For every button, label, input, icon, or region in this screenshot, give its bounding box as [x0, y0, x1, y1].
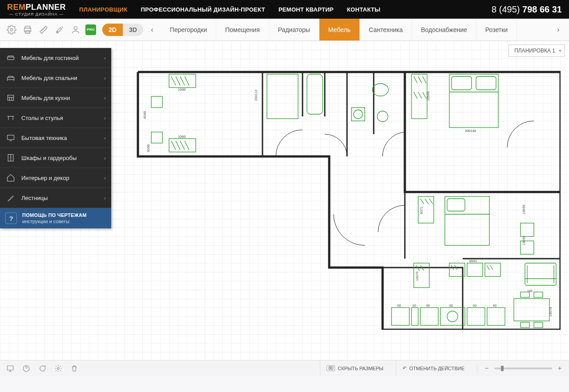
category-tabs: Перегородки Помещения Радиаторы Мебель С…: [161, 19, 549, 40]
tabs-scroll-left[interactable]: ‹: [147, 24, 157, 35]
logo-subtitle: — СТУДИЯ ДИЗАЙНА —: [7, 12, 66, 16]
svg-rect-13: [151, 132, 162, 143]
svg-rect-34: [420, 308, 438, 325]
settings-icon[interactable]: [5, 24, 18, 36]
tools-icon[interactable]: [53, 24, 66, 36]
svg-rect-15: [449, 74, 498, 128]
svg-text:10/80: 10/80: [178, 88, 186, 91]
bed-icon: [5, 72, 16, 83]
svg-text:40/71: 40/71: [420, 206, 423, 214]
sidebar-kitchen[interactable]: Мебель для кухни›: [0, 88, 111, 108]
furniture-sidebar: Мебель для гостиной› Мебель для спальни›…: [0, 48, 111, 228]
tab-sockets[interactable]: Розетки: [476, 19, 517, 40]
chevron-right-icon: ›: [104, 175, 106, 181]
view-toggle: 2D 3D: [102, 24, 143, 36]
svg-rect-29: [521, 223, 534, 236]
layout-selector[interactable]: ПЛАНИРОВКА 1: [508, 44, 565, 57]
tab-walls[interactable]: Перегородки: [161, 19, 216, 40]
nav-design[interactable]: ПРОФЕССИОНАЛЬНЫЙ ДИЗАЙН-ПРОЕКТ: [141, 6, 265, 13]
sidebar-decor[interactable]: Интерьер и декор›: [0, 168, 111, 188]
svg-point-24: [354, 110, 363, 119]
sidebar-appliances[interactable]: Бытовая техника›: [0, 128, 111, 148]
svg-text:20: 20: [412, 304, 416, 307]
svg-rect-6: [8, 57, 14, 60]
screen-icon[interactable]: [5, 364, 15, 373]
user-icon[interactable]: [69, 24, 82, 36]
tab-furniture[interactable]: Мебель: [319, 19, 360, 40]
chevron-right-icon: ›: [104, 155, 106, 161]
table-icon: [5, 112, 16, 123]
svg-point-0: [10, 28, 13, 31]
tab-water[interactable]: Водоснабжение: [412, 19, 476, 40]
zoom-slider[interactable]: [494, 368, 552, 369]
zoom-control: − +: [477, 364, 564, 372]
gear-icon[interactable]: [53, 364, 63, 373]
chevron-right-icon: ›: [104, 55, 106, 61]
svg-rect-39: [514, 299, 549, 321]
home-icon: [5, 172, 16, 183]
tab-plumbing[interactable]: Сантехника: [360, 19, 412, 40]
view-3d-button[interactable]: 3D: [123, 24, 143, 36]
nav-renovation[interactable]: РЕМОНТ КВАРТИР: [278, 6, 334, 13]
sidebar-tables[interactable]: Столы и стулья›: [0, 108, 111, 128]
sidebar-bedroom[interactable]: Мебель для спальни›: [0, 68, 111, 88]
hide-dimensions-button[interactable]: 80 СКРЫТЬ РАЗМЕРЫ: [320, 360, 390, 376]
svg-rect-1: [25, 26, 30, 28]
svg-text:60: 60: [426, 304, 430, 307]
svg-text:165/68: 165/68: [427, 91, 430, 101]
svg-text:60: 60: [397, 304, 401, 307]
svg-rect-43: [534, 322, 543, 328]
svg-rect-33: [412, 308, 418, 325]
svg-point-21: [372, 84, 388, 96]
zoom-out-button[interactable]: −: [483, 364, 491, 372]
tv-icon: [5, 132, 16, 143]
kitchen-icon: [5, 92, 16, 103]
sidebar-label: Мебель для спальни: [21, 75, 77, 81]
chat-icon[interactable]: [37, 364, 47, 373]
sidebar-label: Мебель для кухни: [21, 95, 70, 101]
nav-planner[interactable]: ПЛАНИРОВЩИК: [79, 6, 127, 13]
svg-text:60/60: 60/60: [143, 111, 146, 119]
phone-number: 8 (495) 798 66 31: [492, 4, 562, 15]
wardrobe-icon: [5, 152, 16, 163]
svg-rect-67: [7, 366, 13, 370]
tab-radiators[interactable]: Радиаторы: [269, 19, 319, 40]
svg-rect-16: [452, 76, 472, 90]
sidebar-living[interactable]: Мебель для гостиной›: [0, 48, 111, 68]
logo[interactable]: REMPLANNER — СТУДИЯ ДИЗАЙНА —: [7, 3, 66, 16]
help-title: ПОМОЩЬ ПО ЧЕРТЕЖАМ: [22, 212, 87, 218]
svg-rect-45: [467, 263, 483, 276]
svg-rect-19: [267, 74, 298, 119]
tabs-scroll-right[interactable]: ›: [553, 24, 564, 35]
undo-icon: ↶: [403, 365, 407, 371]
svg-text:140/76: 140/76: [549, 307, 552, 316]
print-icon[interactable]: [21, 24, 34, 36]
svg-rect-20: [307, 74, 323, 114]
sidebar-help[interactable]: ? ПОМОЩЬ ПО ЧЕРТЕЖАМ инструкции и советы: [0, 208, 111, 228]
zoom-in-button[interactable]: +: [556, 364, 564, 372]
logo-rem: REM: [7, 3, 26, 12]
svg-text:200/110: 200/110: [254, 90, 258, 101]
svg-point-69: [57, 367, 60, 369]
svg-text:100/70: 100/70: [416, 271, 419, 281]
nav-contacts[interactable]: КОНТАКТЫ: [347, 6, 380, 13]
help-icon[interactable]: [21, 364, 31, 373]
bottom-bar: 80 СКРЫТЬ РАЗМЕРЫ ↶ ОТМЕНИТЬ ДЕЙСТВИЕ − …: [0, 360, 569, 376]
sidebar-label: Бытовая техника: [21, 135, 67, 141]
view-2d-button[interactable]: 2D: [102, 24, 123, 36]
pro-badge[interactable]: PRO: [85, 24, 96, 35]
tab-rooms[interactable]: Помещения: [216, 19, 269, 40]
trash-icon[interactable]: [69, 364, 79, 373]
svg-rect-41: [534, 292, 543, 297]
sidebar-wardrobes[interactable]: Шкафы и гардеробы›: [0, 148, 111, 168]
svg-text:60/96: 60/96: [147, 144, 150, 152]
svg-rect-11: [151, 96, 162, 108]
canvas[interactable]: ПЛАНИРОВКА 1 Мебель для гостиной› Мебель…: [0, 41, 569, 376]
sidebar-stairs[interactable]: Лестницы›: [0, 188, 111, 208]
undo-button[interactable]: ↶ ОТМЕНИТЬ ДЕЙСТВИЕ: [396, 360, 471, 376]
svg-rect-26: [447, 199, 465, 211]
question-icon: ?: [5, 212, 17, 224]
svg-rect-7: [8, 77, 14, 80]
ruler-icon[interactable]: [37, 24, 50, 36]
floorplan[interactable]: 10/80 200/110 60/60 60/96 10/80 200/180 …: [133, 68, 561, 330]
